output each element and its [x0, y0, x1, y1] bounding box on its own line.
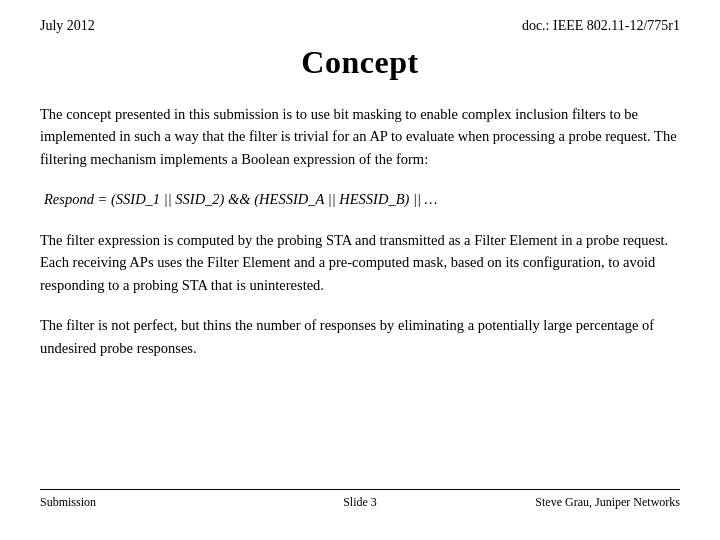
slide-container: July 2012 doc.: IEEE 802.11-12/775r1 Con… [0, 0, 720, 540]
header-date: July 2012 [40, 18, 95, 34]
footer: Submission Slide 3 Steve Grau, Juniper N… [40, 489, 680, 510]
formula-text: Respond = (SSID_1 || SSID_2) && (HESSID_… [44, 191, 437, 207]
paragraph-1: The concept presented in this submission… [40, 103, 680, 170]
paragraph-2: The filter expression is computed by the… [40, 229, 680, 296]
content-area: The concept presented in this submission… [40, 103, 680, 489]
title-section: Concept [40, 44, 680, 81]
footer-author: Steve Grau, Juniper Networks [467, 495, 680, 510]
formula-expression: Respond = (SSID_1 || SSID_2) && (HESSID_… [40, 188, 680, 210]
header: July 2012 doc.: IEEE 802.11-12/775r1 [40, 18, 680, 34]
paragraph-3: The filter is not perfect, but thins the… [40, 314, 680, 359]
footer-slide: Slide 3 [253, 495, 466, 510]
footer-submission: Submission [40, 495, 253, 510]
header-doc: doc.: IEEE 802.11-12/775r1 [522, 18, 680, 34]
main-title: Concept [40, 44, 680, 81]
